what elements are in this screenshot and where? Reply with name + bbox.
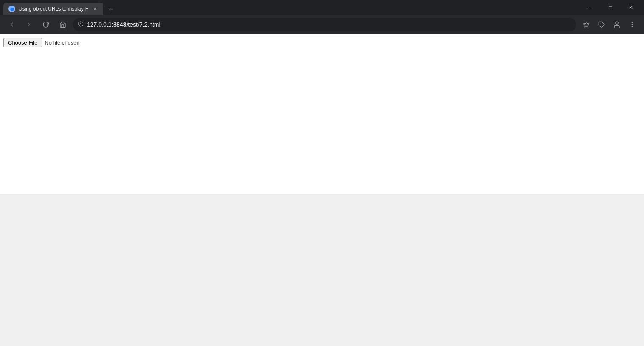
reload-button[interactable] [39,18,53,31]
account-button[interactable] [610,18,624,31]
page-content: Choose File No file chosen [0,34,644,194]
browser-window: Using object URLs to display F ✕ + — □ ✕ [0,0,644,346]
security-icon [78,21,83,28]
tab-bar: Using object URLs to display F ✕ + [3,0,580,15]
new-tab-button[interactable]: + [105,3,117,15]
home-button[interactable] [56,18,69,31]
choose-file-button[interactable]: Choose File [3,38,42,47]
tab-close-button[interactable]: ✕ [92,6,98,12]
navigation-bar: 127.0.0.1:8848/test/7.2.html [0,15,644,34]
address-bar[interactable]: 127.0.0.1:8848/test/7.2.html [73,18,576,31]
menu-button[interactable] [625,18,639,31]
svg-point-8 [632,26,632,27]
toolbar-right [580,18,639,31]
active-tab[interactable]: Using object URLs to display F ✕ [3,3,103,15]
svg-marker-3 [583,22,589,27]
svg-point-7 [632,24,632,25]
browser-footer [0,194,644,346]
svg-point-6 [632,22,632,23]
title-bar: Using object URLs to display F ✕ + — □ ✕ [0,0,644,15]
window-controls: — □ ✕ [580,1,641,14]
back-button[interactable] [5,18,19,31]
maximize-button[interactable]: □ [601,1,620,14]
close-button[interactable]: ✕ [621,1,641,14]
file-input-row: Choose File No file chosen [3,38,641,47]
address-text: 127.0.0.1:8848/test/7.2.html [87,21,571,28]
tab-favicon [8,6,15,12]
forward-button[interactable] [22,18,36,31]
minimize-button[interactable]: — [580,1,600,14]
svg-point-5 [616,22,618,24]
no-file-label: No file chosen [44,39,79,46]
bookmark-button[interactable] [580,18,593,31]
tab-title: Using object URLs to display F [19,6,88,12]
extensions-button[interactable] [595,18,608,31]
